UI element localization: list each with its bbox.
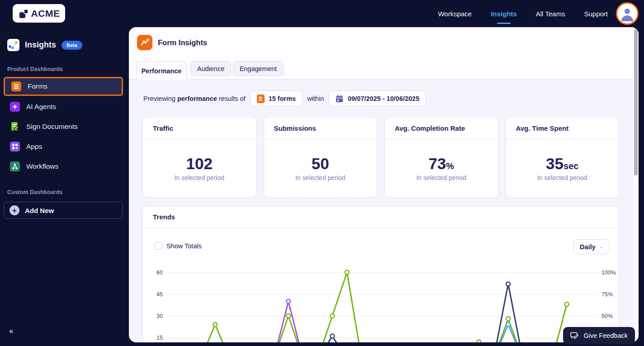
preview-text: Previewing performance results of	[143, 95, 246, 102]
interval-dropdown[interactable]: Daily ⌄	[573, 239, 610, 254]
stat-card-time-spent: Avg. Time Spent 35sec In selected period	[506, 117, 620, 198]
add-new-label: Add New	[25, 207, 54, 214]
nav-link-support[interactable]: Support	[583, 7, 609, 20]
top-navigation-bar: ACME Workspace Insights All Teams Suppor…	[0, 0, 644, 27]
beta-badge: Beta	[62, 41, 82, 50]
show-totals-control[interactable]: Show Totals	[155, 242, 202, 250]
give-feedback-button[interactable]: Give Feedback	[563, 327, 635, 344]
plus-circle-icon: +	[9, 205, 19, 215]
show-totals-checkbox[interactable]	[155, 242, 162, 250]
collapse-sidebar-icon[interactable]: «	[9, 327, 12, 336]
sidebar-item-sign-documents[interactable]: Sign Documents	[4, 117, 123, 137]
stat-value: 73%	[428, 156, 454, 171]
app-name: Insights	[25, 40, 56, 50]
section-label-product-dashboards: Product Dashboards	[7, 66, 63, 72]
sidebar-item-label: Sign Documents	[26, 123, 78, 131]
scrollbar-track[interactable]	[633, 27, 639, 342]
sidebar-item-label: Workflows	[26, 162, 58, 171]
stat-value: 50	[312, 156, 329, 171]
section-label-custom-dashboards: Custom Dashboards	[7, 189, 62, 195]
nav-link-all-teams[interactable]: All Teams	[535, 7, 566, 20]
within-label: within	[307, 95, 324, 102]
trends-line-chart[interactable]: 6045301525%50%75%100%	[143, 265, 619, 342]
person-icon	[620, 6, 635, 21]
brand-name: ACME	[31, 8, 60, 19]
stat-caption: In selected period	[416, 174, 466, 181]
nav-link-insights[interactable]: Insights	[490, 7, 518, 20]
trends-title: Trends	[143, 206, 619, 228]
calendar-icon	[335, 95, 344, 103]
nav-link-workspace[interactable]: Workspace	[437, 7, 473, 20]
stat-card-traffic: Traffic 102 In selected period	[142, 117, 256, 198]
stat-caption: In selected period	[537, 174, 587, 181]
panel-header: Form Insights Performance Audience Engag…	[129, 27, 639, 80]
sidebar-item-label: Apps	[26, 142, 42, 151]
active-nav-underline	[497, 23, 511, 24]
top-nav-links: Workspace Insights All Teams Support	[437, 0, 609, 27]
acme-logo[interactable]: ACME	[13, 4, 65, 23]
acme-logo-icon	[18, 8, 29, 19]
date-range-label: 09/07/2025 - 10/06/2025	[348, 95, 419, 102]
sidebar-item-workflows[interactable]: Workflows	[4, 156, 123, 176]
stat-title: Avg. Time Spent	[506, 117, 619, 139]
svg-text:45: 45	[156, 291, 163, 298]
stat-title: Submissions	[264, 117, 377, 139]
feedback-icon	[570, 332, 579, 340]
sidebar-menu: Forms AI Agents	[4, 77, 123, 176]
svg-text:50%: 50%	[601, 313, 613, 319]
date-range-button[interactable]: 09/07/2025 - 10/06/2025	[328, 90, 426, 107]
interval-value: Daily	[580, 243, 596, 251]
stat-card-completion-rate: Avg. Completion Rate 73% In selected per…	[384, 117, 498, 198]
forms-filter-button[interactable]: 15 forms	[250, 90, 303, 107]
svg-text:100%: 100%	[601, 270, 616, 276]
svg-text:30: 30	[156, 313, 163, 319]
stat-caption: In selected period	[295, 174, 346, 181]
apps-icon	[10, 142, 20, 152]
scrollbar-thumb[interactable]	[634, 29, 638, 175]
workflows-icon	[10, 161, 20, 171]
forms-icon	[11, 81, 21, 91]
page-title: Form Insights	[158, 38, 207, 47]
sidebar-item-label: Forms	[28, 82, 47, 90]
preview-summary-row: Previewing performance results of 15 for…	[143, 90, 426, 107]
stat-title: Traffic	[143, 117, 256, 139]
trends-card: Trends Show Totals Daily ⌄ 6045301525%50…	[142, 206, 619, 342]
tab-engagement[interactable]: Engagement	[233, 61, 284, 76]
sign-documents-icon	[10, 122, 20, 132]
sidebar-item-apps[interactable]: Apps	[4, 137, 123, 156]
main-panel: Form Insights Performance Audience Engag…	[129, 27, 639, 342]
insights-app-icon	[7, 39, 19, 51]
stats-row: Traffic 102 In selected period Submissio…	[142, 117, 619, 198]
sidebar-item-ai-agents[interactable]: AI Agents	[4, 97, 123, 117]
add-new-dashboard-button[interactable]: + Add New	[4, 202, 123, 219]
svg-text:75%: 75%	[601, 291, 613, 298]
form-insights-icon	[137, 35, 152, 50]
forms-count-label: 15 forms	[269, 95, 296, 102]
svg-text:60: 60	[156, 270, 163, 276]
form-icon	[257, 95, 265, 103]
sidebar-item-label: AI Agents	[26, 103, 56, 111]
show-totals-label: Show Totals	[166, 242, 202, 250]
ai-agents-icon	[10, 102, 20, 112]
tab-performance[interactable]: Performance	[136, 61, 187, 80]
trends-chart-area: 6045301525%50%75%100%	[143, 265, 619, 342]
svg-text:15: 15	[156, 335, 163, 341]
sidebar-app-header: Insights Beta	[7, 39, 82, 51]
stat-caption: In selected period	[174, 174, 224, 181]
feedback-label: Give Feedback	[583, 332, 628, 339]
app-window: ACME Workspace Insights All Teams Suppor…	[0, 0, 644, 346]
chevron-down-icon: ⌄	[599, 244, 603, 250]
stat-card-submissions: Submissions 50 In selected period	[264, 117, 378, 198]
user-avatar[interactable]	[616, 2, 639, 25]
tab-audience[interactable]: Audience	[190, 61, 231, 76]
stat-value: 35sec	[546, 156, 578, 171]
sidebar: Insights Beta Product Dashboards Forms	[0, 27, 129, 346]
stat-title: Avg. Completion Rate	[385, 117, 498, 139]
stat-value: 102	[186, 156, 213, 171]
sidebar-item-forms[interactable]: Forms	[4, 77, 123, 96]
